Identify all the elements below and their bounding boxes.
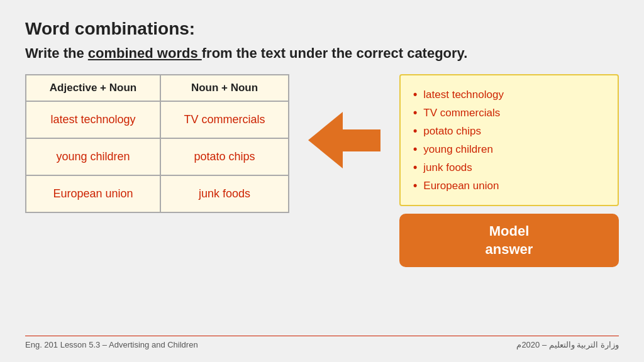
table-cell-col2: junk foods [160,175,289,212]
word-list-section: latest technologyTV commercialspotato ch… [399,74,619,267]
table-row: European unionjunk foods [26,175,289,212]
list-item: latest technology [413,85,605,104]
col1-header: Adjective + Noun [26,75,160,101]
table-cell-col1: European union [26,175,160,212]
list-item: young children [413,140,605,158]
content-area: Adjective + Noun Noun + Noun latest tech… [25,74,619,329]
word-list: latest technologyTV commercialspotato ch… [413,85,605,195]
arrow-body [343,129,380,151]
subtitle-underline: combined words [88,45,202,61]
table-cell-col1: latest technology [26,101,160,138]
model-answer-box: Model answer [399,214,619,267]
list-item: TV commercials [413,104,605,122]
word-table: Adjective + Noun Noun + Noun latest tech… [25,74,289,213]
footer-left: Eng. 201 Lesson 5.3 – Advertising and Ch… [25,340,198,349]
table-cell-col2: TV commercials [160,101,289,138]
arrow-section [308,112,380,168]
arrow-shape [308,112,380,168]
slide: Word combinations: Write the combined wo… [0,0,644,362]
page-title: Word combinations: [25,19,619,39]
subtitle-suffix: from the text under the correct category… [202,45,468,61]
word-list-box: latest technologyTV commercialspotato ch… [399,74,619,206]
table-cell-col1: young children [26,138,160,175]
footer-right: وزارة التربية والتعليم – 2020م [516,340,619,349]
model-line2: answer [486,241,533,257]
subtitle-prefix: Write the [25,45,88,61]
col2-header: Noun + Noun [160,75,289,101]
table-row: latest technologyTV commercials [26,101,289,138]
table-section: Adjective + Noun Noun + Noun latest tech… [25,74,289,213]
model-line1: Model [489,223,530,239]
table-row: young childrenpotato chips [26,138,289,175]
list-item: potato chips [413,122,605,140]
table-cell-col2: potato chips [160,138,289,175]
footer: Eng. 201 Lesson 5.3 – Advertising and Ch… [25,336,619,349]
list-item: European union [413,177,605,195]
subtitle: Write the combined words from the text u… [25,45,619,62]
model-answer-text: Model answer [412,222,606,258]
list-item: junk foods [413,158,605,177]
arrow-head [308,112,343,168]
